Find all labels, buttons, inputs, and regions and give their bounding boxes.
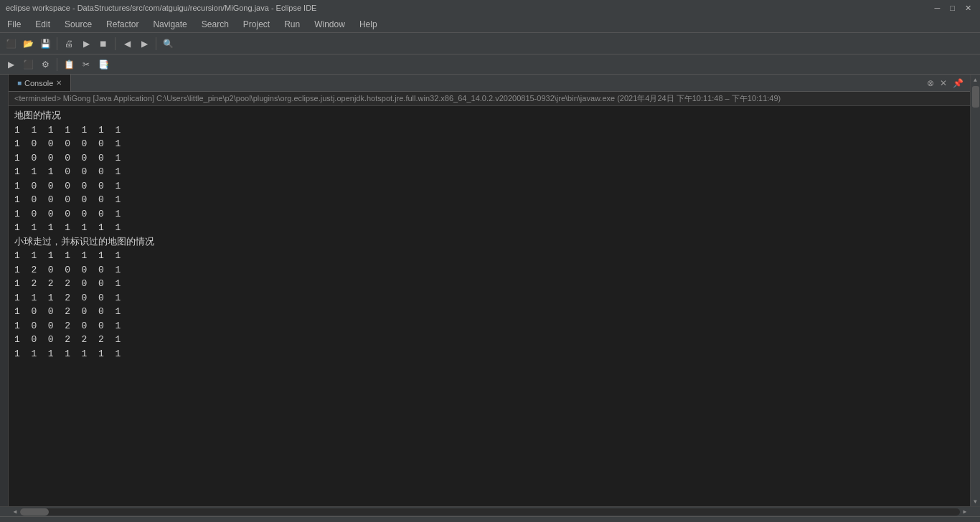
toolbar-row2: ▶ ⬛ ⚙ 📋 ✂ 📑 xyxy=(0,54,980,75)
menu-refactor[interactable]: Refactor xyxy=(99,16,146,32)
menu-window[interactable]: Window xyxy=(307,16,352,32)
window-title: eclipse workspace - DataStructures/src/c… xyxy=(6,4,932,12)
right-scrollbar: ▲ ▼ xyxy=(970,75,980,506)
console-panel: ■ Console ✕ ⊗ ✕ 📌 <terminated> MiGong [J… xyxy=(9,75,970,506)
console-line: 1 1 1 1 1 1 1 xyxy=(14,249,964,263)
console-line: 1 0 0 0 0 0 1 xyxy=(14,179,964,194)
toolbar-sep3 xyxy=(156,37,156,50)
toolbar-back-btn[interactable]: ◀ xyxy=(119,36,135,52)
toolbar-open-btn[interactable]: 📂 xyxy=(20,36,36,52)
h-scroll-track xyxy=(20,508,960,516)
window-controls: ─ □ ✕ xyxy=(932,4,974,13)
toolbar-run-debug-btn[interactable]: ▶ xyxy=(78,36,94,52)
toolbar2-sep1 xyxy=(57,58,57,71)
console-tab-label: Console xyxy=(24,79,53,87)
toolbar-sep2 xyxy=(115,37,116,50)
bottom-scrollbar: ◀ ▶ xyxy=(0,506,980,516)
console-tab[interactable]: ■ Console ✕ xyxy=(9,75,71,91)
console-header: <terminated> MiGong [Java Application] C… xyxy=(9,92,970,106)
menu-help[interactable]: Help xyxy=(352,16,385,32)
toolbar2-btn3[interactable]: ⚙ xyxy=(37,57,53,72)
console-stop-btn[interactable]: ✕ xyxy=(938,77,949,89)
console-line: 地图的情况 xyxy=(14,109,964,123)
toolbar2-btn2[interactable]: ⬛ xyxy=(20,57,36,72)
toolbar-fwd-btn[interactable]: ▶ xyxy=(136,36,152,52)
console-line: 1 1 1 1 1 1 1 xyxy=(14,347,964,361)
scroll-right-arrow[interactable]: ▶ xyxy=(960,508,970,515)
maximize-button[interactable]: □ xyxy=(947,4,958,13)
menu-bar: File Edit Source Refactor Navigate Searc… xyxy=(0,16,980,33)
console-line: 1 0 0 0 0 0 1 xyxy=(14,193,964,207)
console-tab-icon: ■ xyxy=(17,79,22,87)
console-pin-btn[interactable]: 📌 xyxy=(951,77,966,89)
scroll-thumb[interactable] xyxy=(972,86,979,108)
console-line: 1 1 1 0 0 0 1 xyxy=(14,165,964,179)
scroll-up-arrow[interactable]: ▲ xyxy=(971,75,981,85)
h-scroll-thumb[interactable] xyxy=(20,508,49,516)
console-line: 1 0 0 0 0 0 1 xyxy=(14,207,964,222)
status-bar: https://blog.csdn.net/weixin_44696662 xyxy=(0,516,980,522)
title-bar: eclipse workspace - DataStructures/src/c… xyxy=(0,0,980,16)
menu-navigate[interactable]: Navigate xyxy=(146,16,194,32)
console-line: 1 0 0 2 2 2 1 xyxy=(14,333,964,347)
menu-file[interactable]: File xyxy=(0,16,28,32)
minimize-button[interactable]: ─ xyxy=(932,4,943,13)
toolbar2-btn1[interactable]: ▶ xyxy=(3,57,19,72)
console-line: 1 1 1 1 1 1 1 xyxy=(14,221,964,235)
console-line: 1 0 0 0 0 0 1 xyxy=(14,137,964,151)
console-clear-btn[interactable]: ⊗ xyxy=(925,77,936,89)
console-tab-bar: ■ Console ✕ ⊗ ✕ 📌 xyxy=(9,75,970,92)
toolbar-save-btn[interactable]: 💾 xyxy=(37,36,53,52)
menu-run[interactable]: Run xyxy=(277,16,307,32)
console-header-text: <terminated> MiGong [Java Application] C… xyxy=(14,94,781,103)
console-line: 1 2 2 2 0 0 1 xyxy=(14,277,964,291)
console-line: 1 1 1 2 0 0 1 xyxy=(14,291,964,305)
scroll-down-arrow[interactable]: ▼ xyxy=(971,496,981,506)
console-output[interactable]: 地图的情况1 1 1 1 1 1 11 0 0 0 0 0 11 0 0 0 0… xyxy=(9,106,970,506)
console-line: 1 0 0 2 0 0 1 xyxy=(14,305,964,319)
console-line: 1 0 0 2 0 0 1 xyxy=(14,319,964,333)
toolbar-sep1 xyxy=(57,37,57,50)
toolbar-new-btn[interactable]: ⬛ xyxy=(3,36,19,52)
left-gutter xyxy=(0,75,9,506)
toolbar-stop-btn[interactable]: ⏹ xyxy=(95,36,111,52)
close-button[interactable]: ✕ xyxy=(962,4,974,13)
scroll-left-arrow[interactable]: ◀ xyxy=(10,508,20,515)
console-line: 小球走过，并标识过的地图的情况 xyxy=(14,235,964,250)
console-tab-close[interactable]: ✕ xyxy=(56,79,62,87)
menu-source[interactable]: Source xyxy=(57,16,99,32)
menu-project[interactable]: Project xyxy=(236,16,277,32)
toolbar2-btn5[interactable]: ✂ xyxy=(78,57,94,72)
toolbar2-btn6[interactable]: 📑 xyxy=(95,57,111,72)
console-line: 1 0 0 0 0 0 1 xyxy=(14,151,964,166)
main-area: ■ Console ✕ ⊗ ✕ 📌 <terminated> MiGong [J… xyxy=(0,75,980,506)
console-line: 1 2 0 0 0 0 1 xyxy=(14,263,964,277)
toolbar-search-btn[interactable]: 🔍 xyxy=(160,36,176,52)
toolbar-row1: ⬛ 📂 💾 🖨 ▶ ⏹ ◀ ▶ 🔍 xyxy=(0,33,980,54)
console-tab-actions: ⊗ ✕ 📌 xyxy=(925,77,970,89)
console-line: 1 1 1 1 1 1 1 xyxy=(14,123,964,138)
toolbar-print-btn[interactable]: 🖨 xyxy=(61,36,77,52)
menu-search[interactable]: Search xyxy=(194,16,236,32)
toolbar2-btn4[interactable]: 📋 xyxy=(61,57,77,72)
menu-edit[interactable]: Edit xyxy=(28,16,57,32)
